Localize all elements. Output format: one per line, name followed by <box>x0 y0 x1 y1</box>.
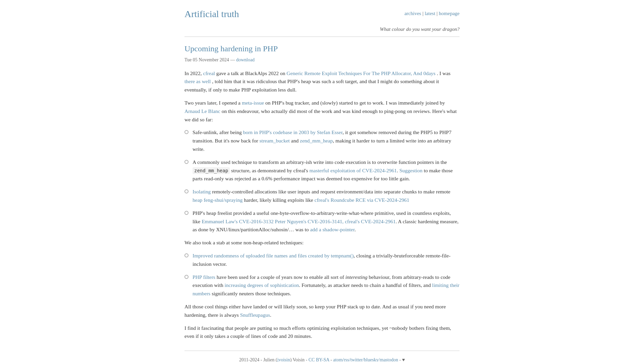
cfreal-link[interactable]: cfreal <box>203 70 215 76</box>
tempnam-link[interactable]: Improved randomness of uploaded file nam… <box>193 253 354 258</box>
post-content: Upcoming hardening in PHP Tue 05 Novembe… <box>184 42 460 341</box>
non-heap-intro: We also took a stab at some non-heap-rel… <box>184 239 460 247</box>
roundcube-link[interactable]: cfreal's Roundcube RCE via CVE-2024-2961 <box>315 197 410 203</box>
footer-separator: - <box>330 357 332 362</box>
footer-mid: Voisin - <box>293 357 308 362</box>
masterful-link[interactable]: masterful exploitation of CVE-2024-2961 <box>310 168 397 173</box>
list-item: A commonly used technique to transform a… <box>184 158 460 183</box>
nav-archives[interactable]: archives <box>405 11 421 16</box>
bullet-text-3: Isolating remotely-controlled allocation… <box>193 188 460 204</box>
zend-mm-heap-link[interactable]: zend_mm_heap <box>300 138 333 143</box>
tagline-row: What colour do you want your dragon? <box>184 25 460 35</box>
nav-latest[interactable]: latest <box>425 11 435 16</box>
body-p1-post: , told him that it was ridiculous that P… <box>184 78 439 93</box>
body-p1-pre: In 2022, <box>184 70 202 76</box>
heap-feng-shui-link[interactable]: heap feng-shui/spraying <box>193 197 243 203</box>
bullet-circle-icon <box>184 253 189 257</box>
list-item: PHP's heap freelist provided a useful on… <box>184 209 460 234</box>
body-paragraph-2: Two years later, I opened a meta-issue o… <box>184 99 460 124</box>
nav-homepage[interactable]: homepage <box>439 11 460 16</box>
body-p2-pre: Two years later, I opened a <box>184 100 240 106</box>
talk-link[interactable]: Generic Remote Exploit Techniques For Th… <box>286 70 435 76</box>
increasing-degrees-link[interactable]: increasing degrees of sophistication <box>225 282 299 288</box>
body-paragraph-1: In 2022, cfreal gave a talk at BlackAlps… <box>184 69 460 94</box>
shadow-pointer-link[interactable]: add a shadow-pointer <box>310 227 355 232</box>
there-link[interactable]: there as well <box>184 78 211 84</box>
main-bullet-list: Safe-unlink, after being born in PHP's c… <box>184 128 460 234</box>
non-heap-bullet-text-2: PHP filters have been used for a couple … <box>193 273 460 298</box>
footer-years: 2011-2024 <box>239 357 259 362</box>
born-link[interactable]: born in PHP's codebase in 2003 by Stefan… <box>243 129 343 135</box>
body-p2-post: on this endeavour, who actually did most… <box>184 108 457 122</box>
cc-link[interactable]: CC BY-SA <box>309 357 329 362</box>
post-date-text: Tue 05 November 2024 <box>184 57 229 62</box>
closing-p-text: All those cool things either have landed… <box>184 304 446 318</box>
tagline: What colour do you want your dragon? <box>380 25 460 33</box>
non-heap-bullet-list: Improved randomness of uploaded file nam… <box>184 252 460 298</box>
list-item: Improved randomness of uploaded file nam… <box>184 252 460 268</box>
arnaud-link[interactable]: Arnaud Le Blanc <box>184 108 220 114</box>
stream-bucket-link[interactable]: stream_bucket <box>260 138 290 143</box>
jvoisin-link[interactable]: jvoisin <box>277 357 290 362</box>
closing-paragraph: All those cool things either have landed… <box>184 303 460 319</box>
bullet-text-2: A commonly used technique to transform a… <box>193 158 460 183</box>
bullet-circle-icon <box>184 211 189 215</box>
footer-dash-1: - <box>261 357 263 362</box>
footer-author: Julien <box>263 357 274 362</box>
bullet-circle-icon <box>184 160 189 164</box>
bullet-circle-icon <box>184 189 189 193</box>
php-filters-link[interactable]: PHP filters <box>193 274 215 280</box>
non-heap-bullet-text-1: Improved randomness of uploaded file nam… <box>193 252 460 268</box>
body-p1-mid: gave a talk at BlackAlps 2022 on <box>216 70 285 76</box>
body-p1-mid2: . I was <box>437 70 450 76</box>
site-title[interactable]: Artificial truth <box>184 7 239 22</box>
footer-divider <box>184 351 460 351</box>
bullet-text-4: PHP's heap freelist provided a useful on… <box>193 209 460 234</box>
atom-link[interactable]: atom/rss/twitter/bluesky/mastodon <box>333 357 398 362</box>
zend-mm-heap-code: zend_mm_heap <box>193 167 230 174</box>
cve-link-group[interactable]: Emmanuel Law's CVE-2016-3132 Peter Nguye… <box>202 219 395 224</box>
list-item: PHP filters have been used for a couple … <box>184 273 460 298</box>
bullet-circle-icon <box>184 275 189 279</box>
isolating-link[interactable]: Isolating <box>193 189 211 194</box>
meta-link[interactable]: meta-issue <box>242 100 264 106</box>
list-item: Safe-unlink, after being born in PHP's c… <box>184 128 460 153</box>
post-date: Tue 05 November 2024 — download <box>184 56 460 64</box>
nav-links: archives | latest | homepage <box>405 9 460 17</box>
bullet-text-1: Safe-unlink, after being born in PHP's c… <box>193 128 460 153</box>
list-item: Isolating remotely-controlled allocation… <box>184 188 460 204</box>
suggestion-link[interactable]: Suggestion <box>399 168 423 173</box>
final-paragraph: I find it fascinating that people are pu… <box>184 324 460 341</box>
interesting-text: interesting <box>345 274 368 280</box>
download-link[interactable]: download <box>236 57 255 62</box>
post-title: Upcoming hardening in PHP <box>184 42 460 55</box>
post-date-separator: — <box>230 57 236 62</box>
snuffleupagus-link[interactable]: Snuffleupagus <box>240 312 270 318</box>
heart-icon: ♥ <box>402 357 405 362</box>
bullet-circle-icon <box>184 130 189 134</box>
body-p2-mid: on PHP's bug tracker, and (slowly) start… <box>265 100 445 106</box>
header-divider <box>184 37 460 37</box>
closing-p-post: . <box>270 312 271 318</box>
footer: 2011-2024 - Julien (jvoisin) Voisin - CC… <box>184 356 460 362</box>
